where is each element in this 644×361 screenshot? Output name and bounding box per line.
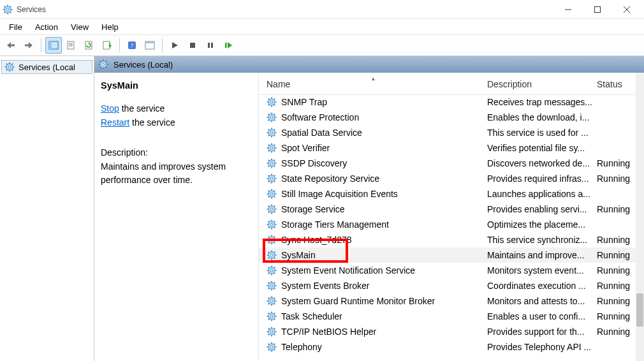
app-icon: [3, 4, 13, 15]
service-name: Storage Tiers Management: [281, 219, 389, 230]
menu-help[interactable]: Help: [95, 20, 125, 34]
service-row[interactable]: Sync Host_7d278This service synchroniz..…: [259, 232, 644, 247]
column-header-name[interactable]: ▴ Name: [259, 79, 487, 89]
service-row[interactable]: TelephonyProvides Telephony API ...: [259, 339, 644, 355]
export-list-button[interactable]: [99, 37, 115, 54]
service-row[interactable]: TCP/IP NetBIOS HelperProvides support fo…: [259, 324, 644, 339]
service-name: State Repository Service: [281, 173, 379, 184]
vertical-scrollbar[interactable]: [636, 73, 644, 361]
svg-rect-35: [208, 43, 210, 48]
service-name: TCP/IP NetBIOS Helper: [281, 327, 376, 337]
gear-icon: [267, 250, 277, 260]
nav-back-button[interactable]: [3, 37, 19, 54]
column-header-description[interactable]: Description: [487, 79, 597, 89]
stop-tail: the service: [119, 103, 165, 114]
gear-icon: [267, 327, 277, 337]
gear-icon: [267, 342, 277, 352]
service-name: Spatial Data Service: [281, 128, 362, 138]
service-description: Monitors and attests to...: [487, 296, 597, 306]
svg-rect-15: [11, 45, 15, 47]
menu-file[interactable]: File: [3, 20, 29, 34]
toolbar: ?: [0, 34, 644, 56]
service-row[interactable]: SNMP TrapReceives trap messages...: [259, 94, 644, 110]
service-name: System Events Broker: [281, 281, 370, 291]
svg-text:?: ?: [131, 42, 134, 49]
service-list: ▴ Name Description Status SNMP TrapRecei…: [259, 73, 644, 361]
service-name: Task Scheduler: [281, 311, 342, 321]
stop-service-button[interactable]: [184, 37, 201, 54]
service-name: SSDP Discovery: [281, 158, 347, 168]
service-row[interactable]: State Repository ServiceProvides require…: [259, 171, 644, 186]
service-row[interactable]: System Event Notification ServiceMonitor…: [259, 263, 644, 278]
service-name: SysMain: [281, 250, 316, 260]
gear-icon: [267, 219, 277, 230]
service-row[interactable]: Still Image Acquisition EventsLaunches a…: [259, 186, 644, 202]
service-row[interactable]: SSDP DiscoveryDiscovers networked de...R…: [259, 156, 644, 171]
svg-rect-17: [25, 45, 29, 47]
service-row[interactable]: Storage Tiers ManagementOptimizes the pl…: [259, 217, 644, 232]
gear-icon: [267, 173, 277, 184]
service-description: This service is used for ...: [487, 128, 597, 138]
restart-tail: the service: [129, 117, 175, 128]
service-description: Launches applications a...: [487, 189, 597, 199]
start-service-button[interactable]: [166, 37, 183, 54]
service-name: Storage Service: [281, 204, 345, 214]
pause-service-button[interactable]: [202, 37, 219, 54]
service-description: Enables a user to confi...: [487, 311, 597, 321]
scrollbar-thumb[interactable]: [636, 293, 643, 327]
service-name: Spot Verifier: [281, 143, 330, 153]
service-row[interactable]: System Events BrokerCoordinates executio…: [259, 278, 644, 293]
close-button[interactable]: [612, 0, 641, 19]
service-description: Coordinates execution ...: [487, 281, 597, 291]
svg-marker-33: [172, 42, 178, 48]
service-description: Provides required infras...: [487, 173, 597, 184]
service-row[interactable]: System Guard Runtime Monitor BrokerMonit…: [259, 293, 644, 309]
gear-icon: [267, 128, 277, 138]
service-name: System Event Notification Service: [281, 265, 415, 276]
service-row[interactable]: SysMainMaintains and improve...Running: [259, 247, 644, 263]
restart-service-button[interactable]: [220, 37, 237, 54]
service-row[interactable]: Task SchedulerEnables a user to confi...…: [259, 309, 644, 324]
refresh-button[interactable]: [81, 37, 98, 54]
description-pane: SysMain Stop the service Restart the ser…: [94, 73, 259, 361]
gear-icon: [267, 311, 277, 321]
gear-icon: [267, 235, 277, 245]
menu-action[interactable]: Action: [29, 20, 64, 34]
tree-node-label: Services (Local: [18, 63, 75, 72]
console-tree[interactable]: Services (Local: [0, 56, 94, 361]
service-row[interactable]: Storage ServiceProvides enabling servi..…: [259, 202, 644, 217]
service-description: Verifies potential file sy...: [487, 143, 597, 153]
toolbar-sep: [119, 38, 120, 52]
nav-forward-button[interactable]: [20, 37, 37, 54]
title-bar: Services: [0, 0, 644, 19]
restart-service-link[interactable]: Restart: [101, 117, 129, 128]
service-row[interactable]: Software ProtectionEnables the download,…: [259, 110, 644, 125]
menu-view[interactable]: View: [64, 20, 95, 34]
minimize-button[interactable]: [553, 0, 583, 19]
svg-rect-20: [68, 41, 74, 49]
gear-icon: [267, 97, 277, 107]
gear-icon: [267, 296, 277, 306]
svg-marker-14: [7, 42, 11, 48]
service-description: Maintains and improve...: [487, 250, 597, 260]
service-description: This service synchroniz...: [487, 235, 597, 245]
service-name: System Guard Runtime Monitor Broker: [281, 296, 435, 306]
gear-icon: [267, 265, 277, 276]
svg-rect-11: [595, 6, 601, 12]
stop-service-link[interactable]: Stop: [101, 103, 119, 114]
service-name: Still Image Acquisition Events: [281, 189, 398, 199]
maximize-button[interactable]: [583, 0, 612, 19]
help-button[interactable]: ?: [124, 37, 140, 54]
svg-rect-36: [211, 43, 213, 48]
service-description: Optimizes the placeme...: [487, 219, 597, 230]
properties-button[interactable]: [63, 37, 80, 54]
service-row[interactable]: Spot VerifierVerifies potential file sy.…: [259, 140, 644, 156]
tree-node-services-local[interactable]: Services (Local: [1, 60, 92, 74]
action-button[interactable]: [142, 37, 158, 54]
detail-header: Services (Local): [94, 56, 644, 73]
gear-icon: [98, 59, 108, 70]
service-description: Provides enabling servi...: [487, 204, 597, 214]
service-name: SNMP Trap: [281, 97, 327, 107]
service-row[interactable]: Spatial Data ServiceThis service is used…: [259, 125, 644, 140]
show-hide-tree-button[interactable]: [45, 37, 62, 54]
